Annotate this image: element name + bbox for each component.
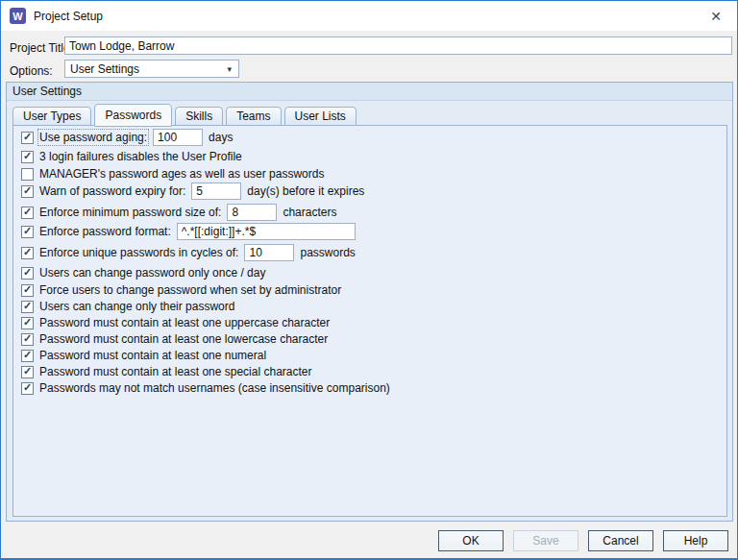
checkmark-icon: ✓ [23,267,32,278]
option-label: Enforce minimum password size of: [39,206,221,219]
option-row-no-username-match: ✓ Passwords may not match usernames (cas… [21,379,390,397]
tab-user-types[interactable]: User Types [12,107,91,126]
passwords-tab-panel: ✓ Use password aging: days ✓ 3 login fai… [12,125,727,517]
options-label: Options: [10,64,53,78]
option-row-change-own-only: ✓ Users can change only their password [21,298,234,315]
checkbox-expiry-warning[interactable]: ✓ [21,185,34,198]
password-aging-days-input[interactable] [153,129,203,146]
checkbox-unique-passwords[interactable]: ✓ [21,247,34,259]
chevron-down-icon: ▾ [227,64,232,74]
option-label: Use password aging: [39,131,147,144]
option-row-expiry-warning: ✓ Warn of password expiry for: day(s) be… [21,183,364,200]
checkmark-icon: ✓ [23,151,32,161]
password-format-input[interactable] [177,223,356,240]
tab-passwords[interactable]: Passwords [94,104,172,127]
project-setup-dialog: W Project Setup ✕ Project Title: Options… [0,0,738,560]
option-suffix: day(s) before it expires [247,184,364,198]
options-dropdown[interactable]: User Settings ▾ [64,60,239,78]
checkbox-require-uppercase[interactable]: ✓ [21,317,34,329]
title-bar: W Project Setup ✕ [1,1,737,31]
checkmark-icon: ✓ [23,382,32,393]
option-row-require-uppercase: ✓ Password must contain at least one upp… [21,314,330,331]
option-label: Force users to change password when set … [39,283,341,297]
option-label: Users can change only their password [39,300,234,313]
checkbox-change-once-per-day[interactable]: ✓ [21,267,34,280]
option-label: Password must contain at least one numer… [39,349,266,362]
checkbox-change-own-only[interactable]: ✓ [21,301,34,313]
min-password-size-input[interactable] [227,204,277,221]
option-label: Warn of password expiry for: [39,184,185,198]
close-icon[interactable]: ✕ [707,8,725,25]
checkbox-require-lowercase[interactable]: ✓ [21,333,34,346]
help-button[interactable]: Help [663,530,728,551]
option-label: MANAGER's password ages as well as user … [39,167,324,181]
checkmark-icon: ✓ [23,366,32,377]
option-row-login-failures: ✓ 3 login failures disables the User Pro… [21,148,242,165]
cancel-button[interactable]: Cancel [588,530,653,551]
checkmark-icon: ✓ [23,132,32,142]
save-button[interactable]: Save [513,530,578,551]
option-row-require-special: ✓ Password must contain at least one spe… [21,363,311,380]
option-row-change-once-per-day: ✓ Users can change password only once / … [21,264,265,281]
user-settings-group: User Settings User Types Passwords Skill… [6,82,733,522]
checkbox-require-numeral[interactable]: ✓ [21,350,34,362]
tab-teams[interactable]: Teams [226,107,281,126]
option-suffix: days [209,131,233,144]
option-suffix: passwords [300,246,355,259]
unique-password-cycles-input[interactable] [244,244,294,261]
option-label: 3 login failures disables the User Profi… [39,150,242,163]
checkmark-icon: ✓ [23,247,32,257]
option-row-password-format: ✓ Enforce password format: [21,223,361,240]
option-row-manager-password-ages: MANAGER's password ages as well as user … [21,165,324,183]
checkbox-force-change-on-admin-set[interactable]: ✓ [21,284,34,297]
option-row-unique-passwords: ✓ Enforce unique passwords in cycles of:… [21,244,356,261]
expiry-warning-days-input[interactable] [191,183,241,200]
option-row-require-numeral: ✓ Password must contain at least one num… [21,347,266,364]
option-label: Password must contain at least one speci… [39,365,311,378]
dialog-button-bar: OK Save Cancel Help [1,530,737,553]
checkbox-no-username-match[interactable]: ✓ [21,382,34,395]
app-icon: W [10,8,26,24]
checkmark-icon: ✓ [23,301,32,311]
tab-skills[interactable]: Skills [175,107,223,126]
option-label: Password must contain at least one upper… [39,316,330,329]
window-title: Project Setup [34,10,103,23]
checkmark-icon: ✓ [23,333,32,344]
checkmark-icon: ✓ [23,284,32,295]
option-label: Enforce password format: [39,225,171,238]
option-label: Enforce unique passwords in cycles of: [39,246,238,259]
options-dropdown-value: User Settings [70,62,139,76]
checkbox-require-special[interactable]: ✓ [21,366,34,378]
checkbox-manager-password-ages[interactable] [21,168,34,181]
option-row-min-password-size: ✓ Enforce minimum password size of: char… [21,204,336,221]
tab-user-lists[interactable]: User Lists [284,107,357,126]
checkmark-icon: ✓ [23,207,32,217]
checkbox-password-aging[interactable]: ✓ [21,132,34,144]
checkmark-icon: ✓ [23,350,32,360]
option-row-force-change-on-admin-set: ✓ Force users to change password when se… [21,281,341,299]
checkbox-password-format[interactable]: ✓ [21,226,34,238]
checkmark-icon: ✓ [23,317,32,328]
option-label: Password must contain at least one lower… [39,332,328,346]
option-row-password-aging: ✓ Use password aging: days [21,129,233,146]
checkbox-min-password-size[interactable]: ✓ [21,207,34,219]
option-label: Users can change password only once / da… [39,266,265,280]
tab-strip: User Types Passwords Skills Teams User L… [12,103,359,126]
option-label: Passwords may not match usernames (case … [39,381,390,395]
ok-button[interactable]: OK [438,530,504,551]
option-row-require-lowercase: ✓ Password must contain at least one low… [21,330,328,348]
option-suffix: characters [283,206,336,219]
checkbox-login-failures[interactable]: ✓ [21,151,34,163]
group-header: User Settings [7,83,732,101]
checkmark-icon: ✓ [23,226,32,236]
checkmark-icon: ✓ [23,185,32,196]
project-title-input[interactable] [64,37,732,55]
